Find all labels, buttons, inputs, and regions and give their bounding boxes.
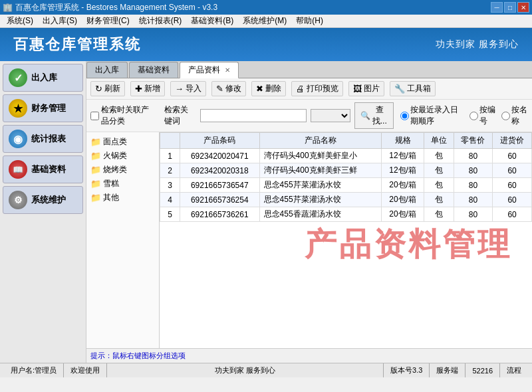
tree-item-3[interactable]: 📁 雪糕	[89, 177, 156, 191]
basic-icon: 📖	[9, 160, 27, 179]
cell-code: 6921665736261	[180, 207, 260, 222]
product-table: 产品条码 产品名称 规格 单位 零售价 进货价 1 6923420020471 …	[160, 132, 532, 222]
category-checkbox[interactable]	[90, 112, 99, 120]
cell-code: 6923420020318	[180, 163, 260, 178]
menu-help[interactable]: 帮助(H)	[292, 14, 327, 28]
status-user: 用户名:管理员	[4, 363, 64, 377]
refresh-icon: ↻	[95, 84, 102, 94]
radio-date[interactable]: 按最近录入日期顺序	[400, 104, 464, 127]
tab-basic[interactable]: 基础资料	[129, 62, 178, 78]
menu-basic[interactable]: 基础资料(B)	[187, 14, 237, 28]
delete-icon: ✖	[256, 84, 263, 94]
table-row[interactable]: 5 6921665736261 思念455香蔬灌汤水饺 20包/箱 包 80 6…	[160, 207, 532, 222]
menu-inout[interactable]: 出入库(S)	[39, 14, 81, 28]
menu-bar: 系统(S) 出入库(S) 财务管理(C) 统计报表(R) 基础资料(B) 系统维…	[0, 15, 532, 28]
search-icon: 🔍	[360, 111, 370, 120]
image-button[interactable]: 🖼 图片	[348, 81, 384, 96]
data-table-area: 产品条码 产品名称 规格 单位 零售价 进货价 1 6923420020471 …	[160, 132, 532, 348]
cell-no: 5	[160, 207, 180, 222]
toolbox-button[interactable]: 🔧 工具箱	[390, 81, 436, 96]
minimize-button[interactable]: ─	[491, 2, 503, 13]
title-bar: 🏢 百惠仓库管理系统 - Bestores Management System …	[0, 0, 532, 15]
sidebar-label-inout: 出入库	[31, 72, 57, 84]
folder-icon-3: 📁	[90, 179, 101, 189]
cell-code: 6921665736254	[180, 193, 260, 207]
search-bar: 检索时关联产品分类 检索关键词 🔍 查找... 按最近录入日期顺序 按编号	[86, 100, 532, 132]
title-bar-left: 🏢 百惠仓库管理系统 - Bestores Management System …	[3, 2, 217, 13]
sidebar-btn-system[interactable]: ⚙ 系统维护	[3, 186, 83, 214]
col-purchase: 进货价	[493, 133, 532, 149]
cell-spec: 12包/箱	[381, 163, 424, 178]
edit-button[interactable]: ✎ 修改	[211, 81, 246, 96]
add-icon: ✚	[135, 84, 142, 94]
sidebar-btn-basic[interactable]: 📖 基础资料	[3, 155, 83, 183]
tab-product-label: 产品资料	[188, 65, 220, 74]
tab-product-close[interactable]: ✕	[225, 66, 230, 74]
col-unit: 单位	[424, 133, 454, 149]
refresh-label: 刷新	[104, 83, 120, 94]
status-service: 服务端	[430, 363, 466, 377]
tree-item-0[interactable]: 📁 面点类	[89, 135, 156, 149]
radio-name[interactable]: 按名称	[501, 104, 528, 127]
search-dropdown[interactable]	[311, 109, 350, 122]
folder-icon-4: 📁	[90, 193, 101, 203]
search-input[interactable]	[200, 109, 307, 122]
import-button[interactable]: → 导入	[170, 81, 206, 96]
cell-retail: 80	[454, 178, 493, 193]
tree-item-label-3: 雪糕	[103, 178, 119, 189]
app-title: 百惠仓库管理系统	[13, 35, 141, 54]
sidebar: ✓ 出入库 ★ 财务管理 ◉ 统计报表 📖 基础资料 ⚙ 系统维护	[0, 61, 86, 363]
cell-name: 思念455芹菜灌汤水饺	[259, 178, 381, 193]
image-label: 图片	[364, 83, 380, 94]
sidebar-btn-stat[interactable]: ◉ 统计报表	[3, 125, 83, 153]
cell-no: 4	[160, 193, 180, 207]
col-retail: 零售价	[454, 133, 493, 149]
table-row[interactable]: 1 6923420020471 湾仔码头400克鲜美虾皇小 12包/箱 包 80…	[160, 149, 532, 163]
close-button[interactable]: ✕	[517, 2, 529, 13]
delete-button[interactable]: ✖ 删除	[251, 81, 286, 96]
print-button[interactable]: 🖨 打印预览	[291, 81, 343, 96]
col-no	[160, 133, 180, 149]
menu-system[interactable]: 系统(S)	[3, 14, 37, 28]
cell-name: 思念455香蔬灌汤水饺	[259, 207, 381, 222]
tree-item-2[interactable]: 📁 烧烤类	[89, 163, 156, 177]
main-layout: ✓ 出入库 ★ 财务管理 ◉ 统计报表 📖 基础资料 ⚙ 系统维护 出入库 基础…	[0, 61, 532, 363]
table-row[interactable]: 2 6923420020318 湾仔码头400克鲜美虾三鲜 12包/箱 包 80…	[160, 163, 532, 178]
add-button[interactable]: ✚ 新增	[130, 81, 165, 96]
radio-code[interactable]: 按编号	[469, 104, 496, 127]
tree-item-label-1: 火锅类	[103, 150, 127, 161]
sidebar-label-basic: 基础资料	[31, 163, 66, 175]
tree-item-label-4: 其他	[103, 192, 119, 203]
col-spec: 规格	[381, 133, 424, 149]
menu-finance[interactable]: 财务管理(C)	[82, 14, 134, 28]
refresh-button[interactable]: ↻ 刷新	[90, 81, 125, 96]
tree-item-4[interactable]: 📁 其他	[89, 191, 156, 205]
category-checkbox-container: 检索时关联产品分类	[90, 104, 156, 127]
tab-inout-label: 出入库	[95, 65, 119, 74]
table-row[interactable]: 4 6921665736254 思念455芹菜灌汤水饺 20包/箱 包 80 6…	[160, 193, 532, 207]
table-row[interactable]: 3 6921665736547 思念455芹菜灌汤水饺 20包/箱 包 80 6…	[160, 178, 532, 193]
search-button[interactable]: 🔍 查找...	[354, 102, 394, 129]
sidebar-btn-inout[interactable]: ✓ 出入库	[3, 64, 83, 92]
cell-purchase: 60	[493, 149, 532, 163]
edit-icon: ✎	[216, 84, 223, 94]
category-tree: 📁 面点类 📁 火锅类 📁 烧烤类 📁 雪糕 📁 其他	[86, 132, 160, 348]
sidebar-btn-finance[interactable]: ★ 财务管理	[3, 94, 83, 122]
status-hint-text: 提示：鼠标右键图标分组选项	[90, 351, 186, 361]
tab-inout[interactable]: 出入库	[86, 62, 128, 78]
cell-code: 6921665736547	[180, 178, 260, 193]
table-container: 📁 面点类 📁 火锅类 📁 烧烤类 📁 雪糕 📁 其他	[86, 132, 532, 348]
cell-spec: 20包/箱	[381, 207, 424, 222]
menu-maintain[interactable]: 系统维护(M)	[239, 14, 291, 28]
cell-name: 思念455芹菜灌汤水饺	[259, 193, 381, 207]
delete-label: 删除	[265, 83, 281, 94]
menu-report[interactable]: 统计报表(R)	[135, 14, 186, 28]
tree-item-1[interactable]: 📁 火锅类	[89, 149, 156, 163]
maximize-button[interactable]: □	[504, 2, 516, 13]
system-icon: ⚙	[9, 191, 27, 209]
tab-product[interactable]: 产品资料 ✕	[180, 62, 239, 78]
cell-unit: 包	[424, 178, 454, 193]
sidebar-label-stat: 统计报表	[31, 133, 66, 145]
cell-retail: 80	[454, 193, 493, 207]
cell-no: 2	[160, 163, 180, 178]
